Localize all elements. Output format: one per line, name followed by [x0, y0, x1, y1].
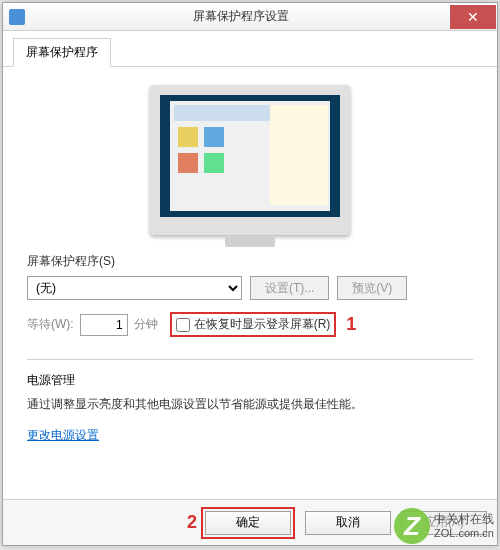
tab-screensaver[interactable]: 屏幕保护程序: [13, 38, 111, 67]
watermark-logo: Z: [394, 508, 430, 544]
annotation-2: 2: [187, 512, 197, 533]
ok-highlight: 确定: [201, 507, 295, 539]
preview-button[interactable]: 预览(V): [337, 276, 407, 300]
resume-checkbox-wrap[interactable]: 在恢复时显示登录屏幕(R): [170, 312, 337, 337]
settings-button[interactable]: 设置(T)...: [250, 276, 329, 300]
ok-button[interactable]: 确定: [205, 511, 291, 535]
power-description: 通过调整显示亮度和其他电源设置以节省能源或提供最佳性能。: [27, 395, 473, 413]
preview-area: [27, 85, 473, 235]
wait-unit: 分钟: [134, 316, 158, 333]
screen-preview: [160, 95, 340, 217]
screensaver-select[interactable]: (无): [27, 276, 242, 300]
monitor-preview: [150, 85, 350, 235]
screensaver-group-label: 屏幕保护程序(S): [27, 253, 473, 270]
cancel-button[interactable]: 取消: [305, 511, 391, 535]
annotation-1: 1: [346, 314, 356, 335]
screensaver-row: (无) 设置(T)... 预览(V): [27, 276, 473, 300]
tabbar: 屏幕保护程序: [3, 31, 497, 67]
content-area: 屏幕保护程序(S) (无) 设置(T)... 预览(V) 等待(W): 分钟 在…: [3, 67, 497, 499]
titlebar: 屏幕保护程序设置 ✕: [3, 3, 497, 31]
power-heading: 电源管理: [27, 372, 473, 389]
power-settings-link[interactable]: 更改电源设置: [27, 427, 473, 444]
resume-checkbox-label: 在恢复时显示登录屏幕(R): [194, 316, 331, 333]
wait-minutes-input[interactable]: [80, 314, 128, 336]
resume-checkbox[interactable]: [176, 318, 190, 332]
wait-row: 等待(W): 分钟 在恢复时显示登录屏幕(R) 1: [27, 312, 473, 337]
divider: [27, 359, 473, 360]
watermark-text: 中关村在线 ZOL.com.cn: [434, 512, 494, 540]
watermark: Z 中关村在线 ZOL.com.cn: [394, 508, 494, 544]
app-icon: [9, 9, 25, 25]
wait-label: 等待(W):: [27, 316, 74, 333]
close-button[interactable]: ✕: [450, 5, 496, 29]
window-title: 屏幕保护程序设置: [31, 8, 450, 25]
dialog-window: 屏幕保护程序设置 ✕ 屏幕保护程序 屏幕保护程序(S) (无) 设置(T)...…: [2, 2, 498, 546]
